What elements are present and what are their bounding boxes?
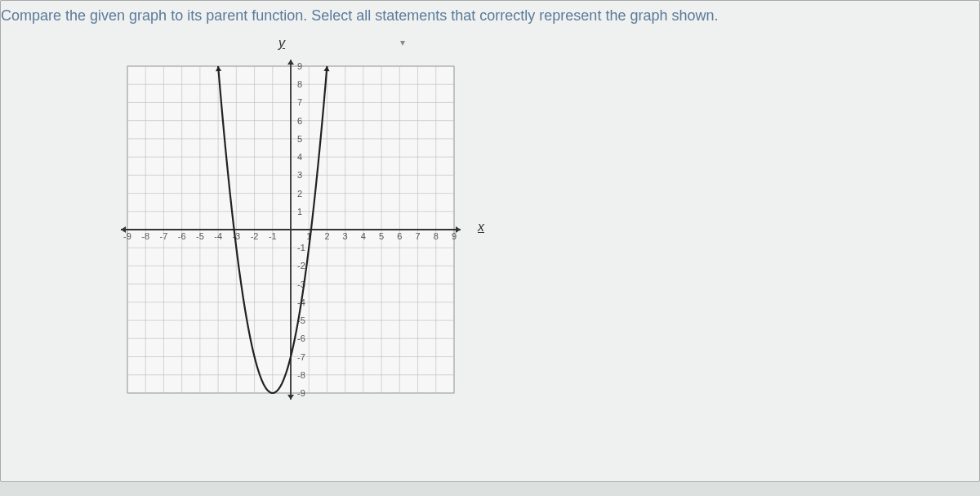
svg-text:9: 9 [297, 61, 302, 71]
chart-wrapper: y x -9-8-7-6-5-4-3-2-1123456789-9-8-7-6-… [115, 54, 466, 405]
svg-text:1: 1 [297, 207, 302, 217]
svg-text:8: 8 [297, 79, 302, 89]
svg-text:-8: -8 [141, 231, 149, 241]
svg-text:2: 2 [297, 189, 302, 199]
svg-text:4: 4 [297, 152, 302, 162]
svg-text:-7: -7 [160, 231, 168, 241]
x-axis-label: x [478, 220, 484, 235]
question-text: Compare the given graph to its parent fu… [1, 7, 979, 38]
svg-text:2: 2 [324, 231, 329, 241]
svg-text:-2: -2 [251, 231, 259, 241]
svg-text:3: 3 [343, 231, 348, 241]
svg-text:-6: -6 [178, 231, 186, 241]
svg-marker-43 [287, 60, 294, 65]
svg-text:3: 3 [297, 170, 302, 180]
svg-text:-1: -1 [269, 231, 277, 241]
question-container: Compare the given graph to its parent fu… [0, 0, 980, 482]
svg-text:5: 5 [379, 231, 384, 241]
svg-text:6: 6 [297, 116, 302, 126]
svg-text:7: 7 [297, 97, 302, 107]
svg-text:6: 6 [397, 231, 402, 241]
svg-text:-8: -8 [297, 370, 305, 380]
chevron-down-icon[interactable]: ▾ [400, 37, 405, 48]
chart-plot: -9-8-7-6-5-4-3-2-1123456789-9-8-7-6-5-4-… [115, 54, 466, 405]
svg-text:4: 4 [361, 231, 366, 241]
svg-marker-44 [287, 395, 294, 400]
svg-text:-4: -4 [214, 231, 222, 241]
svg-text:-3: -3 [232, 231, 240, 241]
svg-text:-6: -6 [297, 333, 305, 343]
svg-text:9: 9 [452, 231, 457, 241]
svg-text:8: 8 [434, 231, 439, 241]
svg-text:-2: -2 [297, 261, 305, 270]
svg-text:-7: -7 [297, 352, 305, 362]
svg-text:-9: -9 [123, 231, 131, 241]
svg-text:5: 5 [297, 134, 302, 144]
svg-text:-9: -9 [297, 388, 305, 398]
y-axis-label: y [278, 36, 285, 51]
svg-text:-5: -5 [196, 231, 204, 241]
svg-text:7: 7 [415, 231, 420, 241]
svg-text:-1: -1 [297, 243, 305, 252]
